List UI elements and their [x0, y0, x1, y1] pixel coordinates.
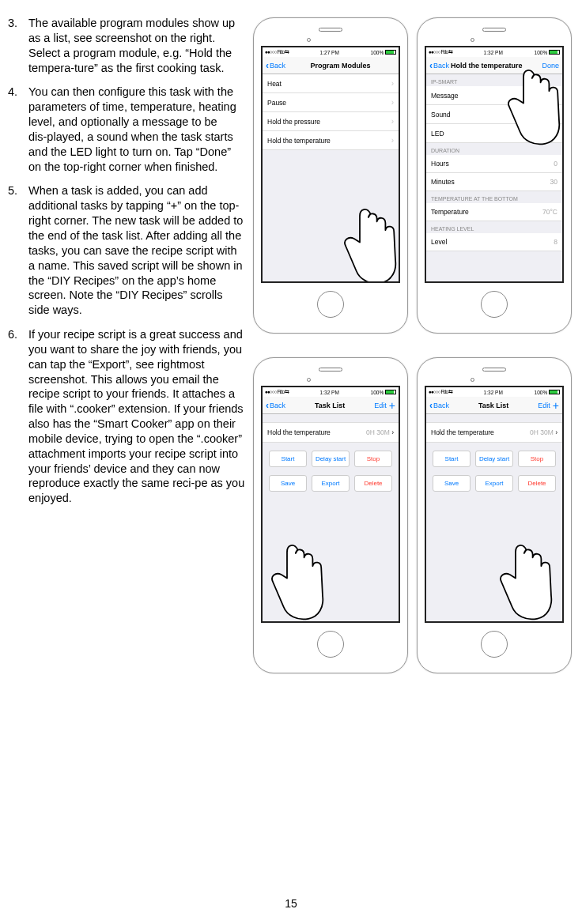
step-number: 3. [8, 16, 28, 75]
home-button[interactable] [481, 631, 508, 658]
step-number: 5. [8, 183, 28, 318]
phone-mockup-hold-temperature: ●●○○○ Fido ⇆ 1:32 PM 100% ‹Back Hold the… [417, 17, 572, 334]
row-level[interactable]: Level8 [426, 233, 562, 251]
step-text: The available program modules show up as… [28, 16, 245, 75]
delete-button[interactable]: Delete [518, 475, 556, 492]
export-button[interactable]: Export [312, 475, 350, 492]
chevron-right-icon: › [391, 98, 394, 107]
module-heat[interactable]: Heat› [263, 74, 399, 93]
battery-icon [549, 390, 560, 394]
edit-button[interactable]: Edit [538, 402, 550, 409]
chevron-left-icon: ‹ [266, 60, 269, 71]
step-number: 6. [8, 327, 28, 506]
back-button[interactable]: ‹Back [266, 400, 285, 411]
page-number: 15 [0, 897, 582, 910]
phone-mockup-program-modules: ●●○○○ Fido ⇆ 1:27 PM 100% ‹Back Program … [253, 17, 408, 334]
home-button[interactable] [481, 291, 508, 318]
tap-gesture-icon [487, 538, 558, 623]
home-button[interactable] [317, 291, 344, 318]
module-pause[interactable]: Pause› [263, 93, 399, 112]
chevron-left-icon: ‹ [266, 400, 269, 411]
back-button[interactable]: ‹Back [429, 60, 449, 71]
delete-button[interactable]: Delete [354, 475, 392, 492]
battery-icon [549, 50, 560, 55]
status-bar: ●●○○○ Fido ⇆ 1:32 PM 100% [426, 387, 562, 397]
stop-button[interactable]: Stop [354, 451, 392, 467]
stop-button[interactable]: Stop [518, 451, 556, 467]
module-hold-temperature[interactable]: Hold the temperature› [263, 131, 399, 150]
section-header: HEATING LEVEL [426, 221, 562, 233]
save-button[interactable]: Save [269, 475, 307, 492]
delay-start-button[interactable]: Delay start [475, 451, 513, 467]
phone-mockup-task-list: ●●○○○ Fido ⇆ 1:32 PM 100% ‹Back Task Lis… [253, 357, 408, 673]
start-button[interactable]: Start [433, 451, 471, 467]
battery-icon [385, 390, 396, 394]
row-minutes[interactable]: Minutes30 [426, 173, 562, 191]
task-row[interactable]: Hold the temperature 0H 30M › [263, 422, 399, 443]
status-bar: ●●○○○ Fido ⇆ 1:32 PM 100% [263, 387, 399, 397]
step-text: If your recipe script is a great success… [28, 327, 245, 506]
chevron-right-icon: › [391, 136, 394, 145]
chevron-left-icon: ‹ [429, 60, 433, 71]
chevron-right-icon: › [555, 428, 557, 436]
instruction-text: 3.The available program modules show up … [8, 16, 245, 673]
start-button[interactable]: Start [269, 451, 307, 467]
nav-title: Program Modules [285, 62, 395, 70]
status-bar: ●●○○○ Fido ⇆ 1:27 PM 100% [263, 47, 399, 57]
chevron-right-icon: › [391, 117, 394, 126]
back-button[interactable]: ‹Back [266, 60, 285, 71]
step-text: You can then configure this task with th… [28, 85, 245, 174]
tap-gesture-icon [261, 538, 330, 623]
home-button[interactable] [317, 631, 344, 658]
back-button[interactable]: ‹Back [429, 400, 449, 411]
chevron-right-icon: › [391, 428, 394, 436]
nav-title: Task List [285, 402, 374, 409]
save-button[interactable]: Save [433, 475, 471, 492]
nav-title: Task List [449, 402, 538, 409]
step-text: When a task is added, you can add additi… [28, 183, 245, 318]
chevron-right-icon: › [391, 79, 394, 88]
section-header: TEMPERATURE AT THE BOTTOM [426, 191, 562, 203]
step-number: 4. [8, 85, 28, 174]
add-button[interactable]: + [553, 402, 559, 409]
tap-gesture-icon [495, 63, 564, 150]
status-bar: ●●○○○ Fido ⇆ 1:32 PM 100% [426, 47, 562, 57]
chevron-left-icon: ‹ [429, 400, 433, 411]
row-temperature[interactable]: Temperature70°C [426, 203, 562, 221]
module-hold-pressure[interactable]: Hold the pressure› [263, 112, 399, 131]
delay-start-button[interactable]: Delay start [312, 451, 350, 467]
edit-button[interactable]: Edit [374, 402, 387, 409]
phone-mockup-task-list-export: ●●○○○ Fido ⇆ 1:32 PM 100% ‹Back Task Lis… [417, 357, 572, 673]
battery-icon [385, 50, 396, 55]
tap-gesture-icon [331, 202, 400, 283]
export-button[interactable]: Export [475, 475, 513, 492]
row-hours[interactable]: Hours0 [426, 155, 562, 173]
add-button[interactable]: + [389, 402, 395, 409]
task-row[interactable]: Hold the temperature 0H 30M › [426, 422, 562, 443]
